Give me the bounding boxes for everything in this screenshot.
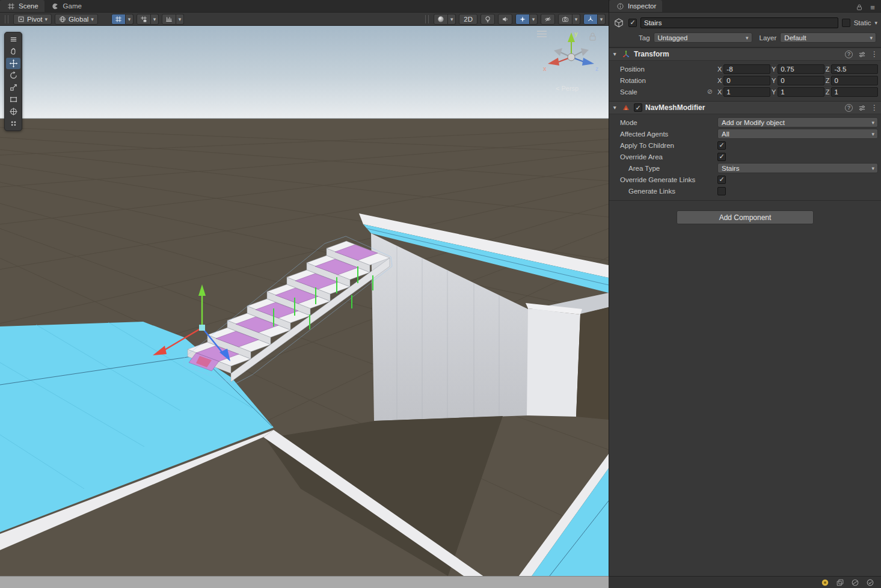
foldout-icon[interactable]: ▼ xyxy=(612,51,618,57)
generate-links-checkbox[interactable]: ✓ xyxy=(717,187,726,195)
hand-tool[interactable] xyxy=(6,46,20,57)
scene-audio-toggle[interactable] xyxy=(498,14,512,25)
presets-icon[interactable] xyxy=(857,49,867,59)
scene-camera-settings-button[interactable] xyxy=(558,14,572,25)
pivot-button[interactable]: Pivot ▾ xyxy=(13,14,52,25)
scale-tool[interactable] xyxy=(6,82,20,93)
override-generate-links-checkbox[interactable]: ✓ xyxy=(717,176,726,184)
position-x-field[interactable]: -8 xyxy=(723,64,770,74)
globe-icon xyxy=(59,16,66,23)
inspector-lock-icon[interactable] xyxy=(855,2,864,12)
snap-increment-toggle[interactable] xyxy=(162,14,176,25)
scale-z-field[interactable]: 1 xyxy=(831,87,878,97)
help-icon[interactable]: ? xyxy=(845,104,853,112)
uniform-scale-link-icon[interactable]: ⊘ xyxy=(707,88,713,96)
scale-x-field[interactable]: 1 xyxy=(723,87,770,97)
snap-increment-dropdown[interactable]: ▾ xyxy=(176,14,184,25)
rect-tool[interactable] xyxy=(6,94,20,105)
mode-label: Mode xyxy=(620,119,717,126)
rotation-z-field[interactable]: 0 xyxy=(831,76,878,85)
static-flags-dropdown[interactable]: ▾ xyxy=(874,20,877,26)
navmeshmodifier-header[interactable]: ▼ ✓ NavMeshModifier ? ⋮ xyxy=(609,101,881,114)
add-component-button[interactable]: Add Component xyxy=(677,210,814,224)
bake-status-icon[interactable] xyxy=(820,578,830,587)
override-generate-links-label: Override Generate Links xyxy=(620,176,717,183)
scene-view-icon xyxy=(6,1,16,11)
hidden-objects-toggle[interactable] xyxy=(541,14,555,25)
scene-lighting-toggle[interactable] xyxy=(480,14,495,25)
grid-icon xyxy=(115,16,122,23)
kebab-menu-icon[interactable]: ⋮ xyxy=(871,103,878,112)
override-area-label: Override Area xyxy=(620,153,717,161)
background-activity-icon[interactable] xyxy=(850,578,860,587)
transform-tool[interactable] xyxy=(6,106,20,117)
tab-game[interactable]: Game xyxy=(45,0,88,12)
transform-header[interactable]: ▼ Transform ? ⋮ xyxy=(609,47,881,61)
scale-y-field[interactable]: 1 xyxy=(778,87,824,97)
custom-tool[interactable] xyxy=(6,118,20,129)
gizmos-dropdown[interactable]: ▾ xyxy=(598,14,606,25)
toolbar-drag-handle[interactable] xyxy=(5,15,8,23)
shading-mode-dropdown[interactable]: ▾ xyxy=(448,14,456,25)
tab-scene[interactable]: Scene xyxy=(0,0,45,12)
snap-increment-icon xyxy=(165,16,173,23)
custom-tool-icon xyxy=(9,119,18,128)
grid-visibility-dropdown[interactable]: ▾ xyxy=(126,14,134,25)
sky xyxy=(0,26,609,119)
position-y-field[interactable]: 0.75 xyxy=(778,64,824,74)
tag-dropdown[interactable]: Untagged ▾ xyxy=(654,32,752,43)
apply-to-children-checkbox[interactable]: ✓ xyxy=(717,141,726,150)
tools-overlay-menu[interactable] xyxy=(6,34,20,45)
toolbar-drag-handle[interactable] xyxy=(425,15,429,23)
gizmos-toggle[interactable] xyxy=(583,14,598,25)
override-area-checkbox[interactable]: ✓ xyxy=(717,153,726,161)
transform-component: ▼ Transform ? ⋮ Position X xyxy=(609,47,881,101)
kebab-menu-icon[interactable]: ⋮ xyxy=(871,50,878,58)
rotate-tool[interactable] xyxy=(6,70,20,81)
scene-effects-dropdown[interactable]: ▾ xyxy=(530,14,538,25)
scale-row: Scale ⊘ X 1 Y 1 Z 1 xyxy=(609,86,881,97)
rotation-y-field[interactable]: 0 xyxy=(778,76,824,85)
layer-dropdown[interactable]: Default ▾ xyxy=(780,32,876,43)
2d-toggle[interactable]: 2D xyxy=(459,14,477,25)
grid-visibility-toggle[interactable] xyxy=(111,14,126,25)
mode-dropdown[interactable]: Add or Modify object ▾ xyxy=(717,117,878,127)
presets-icon[interactable] xyxy=(857,103,867,112)
move-tool[interactable] xyxy=(6,58,20,69)
navmeshmodifier-icon xyxy=(621,103,631,112)
move-gizmo-center xyxy=(199,325,205,331)
gameobject-name-field[interactable]: Stairs xyxy=(640,17,838,28)
navmeshmodifier-title: NavMeshModifier xyxy=(645,103,705,112)
caret-icon: ▾ xyxy=(532,16,535,22)
gameobject-active-checkbox[interactable]: ✓ xyxy=(628,19,637,27)
global-button[interactable]: Global ▾ xyxy=(55,14,98,25)
axis-x-label: X xyxy=(717,66,722,73)
component-enabled-checkbox[interactable]: ✓ xyxy=(634,103,642,112)
rotation-x-field[interactable]: 0 xyxy=(723,76,770,85)
cache-server-status-icon[interactable] xyxy=(835,578,845,587)
area-type-dropdown[interactable]: Stairs ▾ xyxy=(717,163,878,173)
persp-label[interactable]: < Persp xyxy=(556,85,579,92)
scene-viewport[interactable]: y x z < Persp xyxy=(0,26,609,576)
affected-agents-dropdown[interactable]: All ▾ xyxy=(717,129,878,139)
grid-snapping-toggle[interactable] xyxy=(137,14,151,25)
axis-y-label: Y xyxy=(772,77,776,84)
tab-inspector-label: Inspector xyxy=(628,2,656,10)
position-z-field[interactable]: -3.5 xyxy=(831,64,878,74)
gameobject-header: ✓ Stairs ✓ Static ▾ Tag Untagged ▾ Layer… xyxy=(609,13,881,47)
tab-inspector[interactable]: Inspector xyxy=(609,0,662,12)
grid-snapping-dropdown[interactable]: ▾ xyxy=(151,14,159,25)
scene-effects-toggle[interactable] xyxy=(515,14,530,25)
scene-3d-render: y x z < Persp xyxy=(0,26,609,576)
shading-mode-button[interactable] xyxy=(434,14,448,25)
affected-agents-value: All xyxy=(722,130,868,138)
caret-icon: ▾ xyxy=(871,131,874,137)
gameobject-cube-icon[interactable] xyxy=(613,17,625,29)
static-checkbox[interactable]: ✓ xyxy=(842,19,850,27)
foldout-icon[interactable]: ▼ xyxy=(612,105,618,111)
progress-status-icon[interactable] xyxy=(865,578,875,587)
inspector-menu-icon[interactable]: ≡ xyxy=(868,2,877,12)
scene-camera-dropdown[interactable]: ▾ xyxy=(572,14,580,25)
layer-label: Layer xyxy=(760,34,777,41)
help-icon[interactable]: ? xyxy=(845,51,853,58)
